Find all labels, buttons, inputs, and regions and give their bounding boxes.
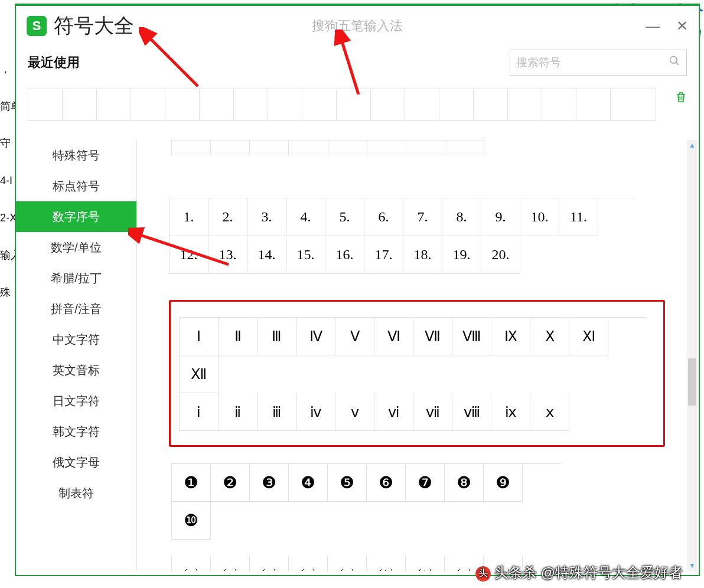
recent-slot[interactable] [268, 89, 302, 120]
symbol-cell[interactable]: Ⅲ [258, 318, 296, 355]
symbol-cell[interactable]: Ⅹ [530, 318, 569, 355]
recent-slot[interactable] [131, 89, 165, 120]
symbol-cell[interactable]: Ⅺ [569, 318, 608, 355]
symbol-cell[interactable]: ❼ [406, 464, 445, 502]
sidebar-item-8[interactable]: 日文字符 [16, 386, 136, 416]
recent-slot[interactable] [439, 89, 474, 120]
symbol-cell[interactable]: Ⅵ [374, 318, 413, 355]
symbol-cell[interactable]: Ⅻ [180, 355, 219, 393]
symbol-cell[interactable]: 5. [325, 198, 364, 236]
scroll-up-icon[interactable]: ▲ [687, 140, 698, 151]
symbol-cell[interactable]: ㈤ [328, 556, 367, 571]
symbol-cell[interactable]: 11. [559, 198, 598, 236]
symbol-cell[interactable]: 7. [403, 198, 442, 236]
search-input[interactable] [516, 56, 669, 69]
sidebar-item-6[interactable]: 中文字符 [16, 324, 136, 355]
symbol-cell[interactable]: 13. [208, 236, 247, 274]
recent-slot[interactable] [97, 89, 131, 120]
sidebar-item-4[interactable]: 希腊/拉丁 [16, 263, 136, 293]
recent-slot[interactable] [63, 89, 97, 120]
symbol-cell[interactable]: ❻ [367, 464, 406, 502]
sidebar-item-5[interactable]: 拼音/注音 [16, 293, 136, 324]
symbol-cell[interactable]: 4. [286, 198, 325, 236]
symbol-cell[interactable]: ⅴ [335, 393, 374, 431]
symbol-cell[interactable]: 17. [364, 236, 403, 274]
symbol-cell[interactable]: Ⅴ [335, 318, 374, 355]
symbol-cell[interactable]: 20. [481, 236, 520, 274]
symbol-cell[interactable]: Ⅸ [491, 318, 530, 355]
recent-slot[interactable] [405, 89, 439, 120]
recent-slot[interactable] [302, 89, 337, 120]
symbol-cell[interactable]: 9. [481, 198, 520, 236]
symbol-cell[interactable]: Ⅱ [219, 318, 258, 355]
symbol-cell[interactable]: ⅳ [296, 393, 335, 431]
recent-slot[interactable] [576, 89, 611, 120]
symbol-cell[interactable]: ⅰ [180, 393, 219, 431]
symbol-cell[interactable]: ㈡ [211, 556, 250, 571]
sidebar-item-11[interactable]: 制表符 [16, 478, 136, 508]
symbol-cell[interactable]: ⅷ [452, 393, 491, 431]
symbol-cell[interactable]: ❹ [289, 464, 328, 502]
search-icon[interactable] [669, 55, 680, 70]
sidebar-item-10[interactable]: 俄文字母 [16, 447, 136, 478]
symbol-cell[interactable]: 19. [442, 236, 481, 274]
symbol-cell[interactable]: ❶ [172, 464, 211, 502]
symbol-cell[interactable]: 3. [247, 198, 286, 236]
symbol-cell[interactable]: 8. [442, 198, 481, 236]
symbol-cell[interactable]: ㈣ [289, 556, 328, 571]
trash-icon[interactable] [675, 90, 687, 107]
search-box[interactable] [510, 50, 687, 76]
symbol-cell[interactable]: ❿ [172, 502, 211, 540]
symbol-cell[interactable]: 18. [403, 236, 442, 274]
sidebar-item-2[interactable]: 数字序号 [16, 201, 136, 232]
recent-symbols-strip [28, 89, 656, 121]
symbol-cell[interactable]: 15. [286, 236, 325, 274]
minimize-button[interactable]: — [646, 18, 660, 34]
symbol-cell[interactable]: ❺ [328, 464, 367, 502]
symbol-cell[interactable]: ❷ [211, 464, 250, 502]
symbol-cell[interactable]: 10. [520, 198, 559, 236]
recent-slot[interactable] [200, 89, 234, 120]
recent-slot[interactable] [542, 89, 576, 120]
symbol-cell[interactable]: Ⅶ [413, 318, 452, 355]
close-button[interactable]: ✕ [676, 18, 688, 34]
recent-slot[interactable] [165, 89, 200, 120]
vertical-scrollbar[interactable]: ▲ ▼ [687, 140, 698, 571]
recent-slot[interactable] [28, 89, 63, 120]
symbol-cell[interactable]: Ⅷ [452, 318, 491, 355]
symbol-cell[interactable]: Ⅳ [296, 318, 335, 355]
symbol-cell[interactable]: ⅹ [530, 393, 569, 431]
scroll-thumb[interactable] [688, 358, 696, 406]
symbol-cell[interactable]: ❸ [250, 464, 289, 502]
sidebar-item-1[interactable]: 标点符号 [16, 171, 136, 201]
symbol-cell[interactable]: ❽ [445, 464, 484, 502]
symbol-cell[interactable]: Ⅰ [180, 318, 219, 355]
recent-slot[interactable] [474, 89, 508, 120]
symbol-cell[interactable]: ㈥ [367, 556, 406, 571]
symbol-cell[interactable]: ❾ [484, 464, 523, 502]
symbol-cell[interactable]: 16. [325, 236, 364, 274]
recent-slot[interactable] [508, 89, 542, 120]
symbol-cell[interactable]: 6. [364, 198, 403, 236]
symbol-cell[interactable]: ⅸ [491, 393, 530, 431]
recent-slot[interactable] [234, 89, 268, 120]
sidebar-item-9[interactable]: 韩文字符 [16, 416, 136, 447]
symbol-cell[interactable]: 1. [170, 198, 208, 236]
sidebar-item-0[interactable]: 特殊符号 [16, 140, 136, 171]
recent-slot[interactable] [337, 89, 371, 120]
symbol-cell[interactable]: ㈦ [406, 556, 445, 571]
symbol-cell[interactable]: 14. [247, 236, 286, 274]
symbol-cell[interactable]: ⅶ [413, 393, 452, 431]
symbol-cell[interactable]: 2. [208, 198, 247, 236]
symbol-cell[interactable]: ㈠ [172, 556, 211, 571]
symbol-cell[interactable]: ⅱ [219, 393, 258, 431]
symbol-cell[interactable]: ⅲ [258, 393, 296, 431]
scroll-down-icon[interactable]: ▼ [687, 560, 698, 571]
symbol-cell[interactable]: 12. [170, 236, 208, 274]
recent-slot[interactable] [371, 89, 405, 120]
sidebar-item-7[interactable]: 英文音标 [16, 355, 136, 386]
recent-slot[interactable] [611, 89, 645, 120]
symbol-cell[interactable]: ㈢ [250, 556, 289, 571]
sidebar-item-3[interactable]: 数学/单位 [16, 232, 136, 263]
symbol-cell[interactable]: ⅵ [374, 393, 413, 431]
